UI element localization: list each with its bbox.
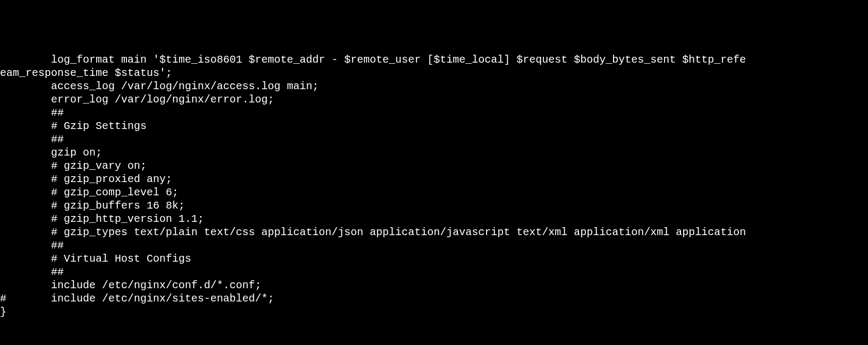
config-line: error_log /var/log/nginx/error.log; [0,93,868,106]
config-line: # gzip_http_version 1.1; [0,212,868,226]
config-line: include /etc/nginx/conf.d/*.conf; [0,279,868,292]
config-line: gzip on; [0,146,868,159]
config-line: ## [0,106,868,119]
config-line: log_format main '$time_iso8601 $remote_a… [0,53,868,66]
config-line: # gzip_comp_level 6; [0,186,868,199]
config-line: # gzip_types text/plain text/css applica… [0,226,868,239]
terminal-output[interactable]: log_format main '$time_iso8601 $remote_a… [0,53,868,345]
config-line: eam_response_time $status'; [0,66,868,80]
config-line: # include /etc/nginx/sites-enabled/*; [0,292,868,305]
config-line: # gzip_proxied any; [0,172,868,186]
config-line: # Gzip Settings [0,119,868,133]
config-line: # gzip_vary on; [0,159,868,172]
config-line: # Virtual Host Configs [0,252,868,265]
config-line: ## [0,239,868,252]
config-line: # gzip_buffers 16 8k; [0,199,868,212]
config-line: } [0,305,868,318]
config-line: ## [0,133,868,146]
config-line: ## [0,265,868,279]
config-line: access_log /var/log/nginx/access.log mai… [0,80,868,93]
